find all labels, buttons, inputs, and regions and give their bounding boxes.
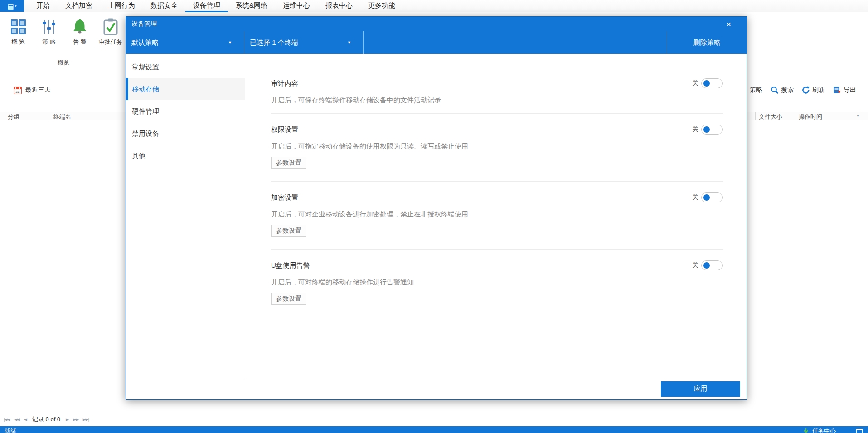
chevron-down-icon: ▼ (347, 40, 351, 45)
setting-row-permission-settings: 权限设置 关 开启后，可指定移动存储设备的使用权限为只读、读写或禁止使用 参数设… (271, 114, 723, 182)
nav-item-hardware-management[interactable]: 硬件管理 (126, 100, 245, 122)
column-divider[interactable] (755, 112, 756, 120)
menu-item-more-features[interactable]: 更多功能 (360, 0, 403, 12)
alert-bell-icon (71, 18, 88, 35)
nav-item-general-settings[interactable]: 常规设置 (126, 56, 245, 78)
pager-first-button[interactable]: |◀◀ (4, 417, 10, 422)
usb-alert-toggle[interactable]: 关 (692, 260, 723, 270)
menu-item-web-behavior[interactable]: 上网行为 (100, 0, 143, 12)
column-chooser-caret-icon[interactable]: ▼ (856, 114, 860, 118)
menu-item-system-network[interactable]: 系统&网络 (228, 0, 275, 12)
controlbar-spacer (364, 31, 667, 54)
toggle-switch[interactable] (701, 260, 723, 270)
nav-item-disabled-devices[interactable]: 禁用设备 (126, 122, 245, 144)
setting-title: 加密设置 (271, 193, 298, 202)
app-window: ▤ ▾ 开始 文档加密 上网行为 数据安全 设备管理 系统&网络 运维中心 报表… (0, 0, 868, 433)
toolbar-export-button[interactable]: 导出 (833, 86, 856, 94)
pager-fast-prev-button[interactable]: ◀◀ (14, 417, 19, 422)
search-icon (771, 86, 779, 94)
menu-item-ops-center[interactable]: 运维中心 (275, 0, 318, 12)
encryption-params-button[interactable]: 参数设置 (271, 225, 306, 237)
policy-sliders-icon (41, 19, 57, 35)
dialog-footer: 应用 (126, 378, 747, 399)
pager-record-count: 记录 0 of 0 (32, 415, 60, 423)
setting-row-audit-content: 审计内容 关 开启后，可保存终端操作移动存储设备中的文件活动记录 (271, 54, 723, 114)
export-icon (833, 86, 841, 94)
toggle-state-label: 关 (692, 261, 698, 269)
toggle-knob (703, 126, 710, 133)
calendar-icon: 23 (14, 87, 22, 94)
column-divider[interactable] (50, 112, 50, 120)
toolbar-search-button[interactable]: 搜索 (771, 86, 794, 94)
ribbon-button-label: 概 览 (4, 38, 33, 46)
ribbon-button-alert[interactable]: 告 警 (65, 16, 94, 46)
menu-item-doc-encryption[interactable]: 文档加密 (58, 0, 100, 12)
nav-item-removable-storage[interactable]: 移动存储 (126, 78, 245, 100)
date-range-filter[interactable]: 23 最近三天 (14, 86, 51, 94)
setting-description: 开启后，可保存终端操作移动存储设备中的文件活动记录 (271, 96, 723, 104)
toggle-state-label: 关 (692, 79, 698, 87)
toggle-knob (703, 194, 710, 201)
menubar: ▤ ▾ 开始 文档加密 上网行为 数据安全 设备管理 系统&网络 运维中心 报表… (0, 0, 868, 12)
ribbon-group-label: 概览 (0, 59, 127, 67)
policy-dropdown[interactable]: 默认策略 ▼ (126, 31, 244, 54)
menu-item-data-security[interactable]: 数据安全 (143, 0, 185, 12)
app-menu-button[interactable]: ▤ ▾ (0, 0, 24, 12)
setting-description: 开启后，可对企业移动设备进行加密处理，禁止在非授权终端使用 (271, 211, 723, 218)
menu-items: 开始 文档加密 上网行为 数据安全 设备管理 系统&网络 运维中心 报表中心 更… (29, 0, 403, 12)
delete-policy-button[interactable]: 删除策略 (667, 31, 747, 54)
pager-last-button[interactable]: ▶▶| (83, 417, 89, 422)
menu-item-report-center[interactable]: 报表中心 (318, 0, 360, 12)
device-management-dialog: 设备管理 × 默认策略 ▼ 已选择 1 个终端 ▼ 删除策略 常规设置 移动存储… (126, 16, 747, 400)
column-header-group[interactable]: 分组 (8, 113, 19, 121)
toolbar-refresh-button[interactable]: 刷新 (802, 86, 825, 94)
task-center-button[interactable]: 任务中心 (812, 427, 836, 433)
ribbon-button-overview[interactable]: 概 览 (4, 16, 33, 46)
encryption-toggle[interactable]: 关 (692, 192, 723, 202)
column-header-file-size[interactable]: 文件大小 (759, 113, 782, 121)
menu-item-device-management[interactable]: 设备管理 (185, 0, 228, 12)
terminal-selection-dropdown[interactable]: 已选择 1 个终端 ▼ (244, 31, 363, 54)
nav-item-other[interactable]: 其他 (126, 144, 245, 167)
close-icon[interactable]: × (726, 20, 731, 29)
apply-button[interactable]: 应用 (661, 381, 740, 397)
setting-title: U盘使用告警 (271, 261, 310, 270)
pager-fast-next-button[interactable]: ▶▶ (73, 417, 78, 422)
toggle-knob (703, 262, 710, 269)
ribbon-button-policy[interactable]: 策 略 (34, 16, 63, 46)
setting-description: 开启后，可指定移动存储设备的使用权限为只读、读写或禁止使用 (271, 143, 723, 150)
ribbon-button-approval[interactable]: 审批任务 (96, 16, 125, 46)
toggle-switch[interactable] (701, 78, 723, 88)
permission-params-button[interactable]: 参数设置 (271, 157, 306, 169)
toggle-switch[interactable] (701, 125, 723, 135)
dialog-controlbar: 默认策略 ▼ 已选择 1 个终端 ▼ 删除策略 (126, 31, 747, 54)
column-divider[interactable] (795, 112, 795, 120)
pager-prev-button[interactable]: ◀ (24, 417, 27, 422)
toggle-knob (703, 80, 710, 87)
list-toolbar: 策略 搜索 刷新 (740, 86, 856, 94)
approval-clipboard-icon (102, 18, 119, 36)
toggle-state-label: 关 (692, 193, 698, 202)
permission-toggle[interactable]: 关 (692, 125, 723, 135)
task-window-icon[interactable] (856, 429, 863, 433)
column-header-terminal-name[interactable]: 终端名 (53, 113, 71, 121)
ribbon-button-label: 策 略 (34, 38, 63, 46)
refresh-icon (802, 86, 810, 94)
toolbar-button-label: 策略 (750, 86, 762, 94)
status-ready-label: 就绪 (5, 427, 16, 433)
toolbar-button-label: 导出 (844, 86, 856, 94)
ribbon-button-label: 告 警 (65, 38, 94, 46)
audit-content-toggle[interactable]: 关 (692, 78, 723, 88)
pager-next-button[interactable]: ▶ (66, 417, 68, 422)
setting-row-encryption-settings: 加密设置 关 开启后，可对企业移动设备进行加密处理，禁止在非授权终端使用 参数设… (271, 182, 723, 250)
app-list-icon: ▤ (7, 3, 14, 10)
download-arrow-icon (803, 428, 809, 433)
settings-nav: 常规设置 移动存储 硬件管理 禁用设备 其他 (126, 54, 245, 378)
menu-item-start[interactable]: 开始 (29, 0, 58, 12)
ribbon-button-label: 审批任务 (96, 38, 125, 46)
toolbar-button-label: 刷新 (812, 86, 825, 94)
toggle-switch[interactable] (701, 192, 723, 202)
usb-alert-params-button[interactable]: 参数设置 (271, 293, 306, 305)
dialog-title: 设备管理 (131, 20, 157, 28)
column-header-operation-time[interactable]: 操作时间 (799, 113, 822, 121)
